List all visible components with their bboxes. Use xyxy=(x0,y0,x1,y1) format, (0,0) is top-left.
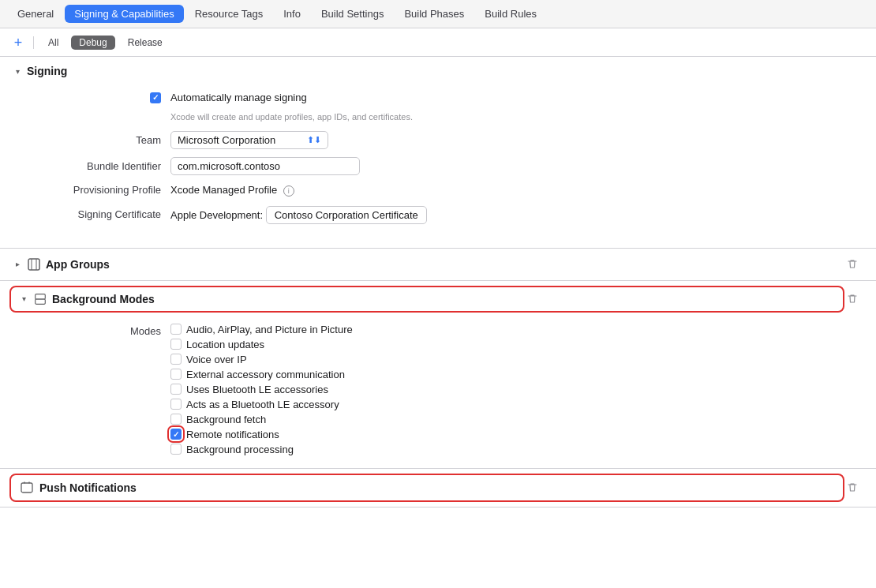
filter-debug[interactable]: Debug xyxy=(71,36,114,50)
modes-list: Audio, AirPlay, and Picture in Picture L… xyxy=(170,324,353,455)
background-modes-title: Background Modes xyxy=(52,293,155,305)
mode-external-accessory-label: External accessory communication xyxy=(186,369,345,380)
background-modes-trash-icon xyxy=(846,293,859,305)
filter-all[interactable]: All xyxy=(40,36,66,50)
team-select[interactable]: Microsoft Corporation ⬆⬇ xyxy=(170,131,328,149)
filter-release[interactable]: Release xyxy=(120,36,170,50)
cert-prefix: Apple Development: xyxy=(170,209,263,221)
mode-bluetooth-le: Uses Bluetooth LE accessories xyxy=(170,384,353,395)
background-modes-header-highlight[interactable]: ▾ Background Modes xyxy=(13,289,841,309)
push-notifications-header: Push Notifications xyxy=(0,469,876,507)
signing-section: ▾ Signing Automatically manage signing X… xyxy=(0,57,876,249)
svg-rect-0 xyxy=(28,259,39,270)
select-arrows-icon: ⬆⬇ xyxy=(307,135,321,145)
filter-separator xyxy=(33,36,34,49)
provisioning-value-text: Xcode Managed Profile xyxy=(170,184,277,196)
provisioning-label: Provisioning Profile xyxy=(13,183,170,197)
bundle-label: Bundle Identifier xyxy=(13,159,170,174)
team-row: Team Microsoft Corporation ⬆⬇ xyxy=(13,131,863,149)
mode-voip: Voice over IP xyxy=(170,354,353,365)
mode-acts-bluetooth-label: Acts as a Bluetooth LE accessory xyxy=(186,399,339,410)
mode-bg-fetch-label: Background fetch xyxy=(186,414,266,425)
push-notifications-header-highlight[interactable]: Push Notifications xyxy=(13,477,841,499)
app-groups-section: ▸ App Groups xyxy=(0,249,876,281)
tab-signing-capabilities[interactable]: Signing & Capabilities xyxy=(65,5,183,23)
provisioning-info-icon[interactable]: i xyxy=(283,185,294,197)
mode-audio: Audio, AirPlay, and Picture in Picture xyxy=(170,324,353,335)
tab-resource-tags[interactable]: Resource Tags xyxy=(185,5,272,23)
signing-header[interactable]: ▾ Signing xyxy=(0,57,876,85)
mode-voip-label: Voice over IP xyxy=(186,354,247,365)
push-notifications-icon xyxy=(19,480,35,496)
auto-manage-subtext: Xcode will create and update profiles, a… xyxy=(170,111,413,123)
tab-build-phases[interactable]: Build Phases xyxy=(395,5,474,23)
mode-bluetooth-le-checkbox[interactable] xyxy=(170,384,182,395)
mode-bg-fetch: Background fetch xyxy=(170,414,353,425)
team-label: Team xyxy=(13,133,170,148)
auto-manage-checkbox[interactable] xyxy=(150,92,161,103)
background-modes-header: ▾ Background Modes xyxy=(0,281,876,317)
app-groups-chevron[interactable]: ▸ xyxy=(13,260,22,268)
app-groups-title: App Groups xyxy=(46,258,110,271)
tab-bar: General Signing & Capabilities Resource … xyxy=(0,0,876,28)
mode-remote-notifications-checkbox[interactable] xyxy=(170,429,182,440)
mode-bg-processing: Background processing xyxy=(170,444,353,455)
auto-manage-checkbox-area xyxy=(13,92,170,103)
tab-build-rules[interactable]: Build Rules xyxy=(475,5,546,23)
svg-rect-5 xyxy=(21,483,32,492)
tab-general[interactable]: General xyxy=(8,5,63,23)
mode-audio-checkbox[interactable] xyxy=(170,324,182,335)
add-capability-button[interactable]: + xyxy=(9,34,27,51)
cert-row: Signing Certificate Apple Development: C… xyxy=(13,206,863,224)
mode-location-checkbox[interactable] xyxy=(170,339,182,350)
push-notifications-delete-button[interactable] xyxy=(841,480,863,496)
cert-box: Contoso Corporation Certificate xyxy=(266,206,427,224)
mode-external-accessory: External accessory communication xyxy=(170,369,353,380)
trash-icon xyxy=(846,258,859,271)
mode-remote-notifications-label: Remote notifications xyxy=(186,429,279,440)
svg-rect-4 xyxy=(36,294,46,298)
auto-manage-row: Automatically manage signing xyxy=(13,92,863,103)
signing-form: Automatically manage signing Xcode will … xyxy=(0,85,876,248)
mode-external-accessory-checkbox[interactable] xyxy=(170,369,182,380)
mode-location-label: Location updates xyxy=(186,339,264,350)
mode-remote-notifications: Remote notifications xyxy=(170,429,353,440)
mode-bg-processing-checkbox[interactable] xyxy=(170,444,182,455)
tab-info[interactable]: Info xyxy=(274,5,310,23)
team-value: Microsoft Corporation xyxy=(178,134,275,146)
svg-rect-3 xyxy=(36,299,46,304)
push-notifications-trash-icon xyxy=(846,481,859,494)
cert-value-area: Apple Development: Contoso Corporation C… xyxy=(170,206,863,224)
background-modes-body: Modes Audio, AirPlay, and Picture in Pic… xyxy=(0,317,876,468)
filter-bar: + All Debug Release xyxy=(0,28,876,57)
cert-label: Signing Certificate xyxy=(13,208,170,222)
push-notifications-section: Push Notifications xyxy=(0,469,876,507)
app-groups-header-inner: ▸ App Groups xyxy=(13,257,841,272)
mode-location: Location updates xyxy=(170,339,353,350)
modes-row: Modes Audio, AirPlay, and Picture in Pic… xyxy=(13,324,863,455)
app-groups-header: ▸ App Groups xyxy=(0,249,876,280)
auto-manage-subtext-row: Xcode will create and update profiles, a… xyxy=(13,111,863,123)
background-modes-icon xyxy=(33,292,47,306)
mode-bg-fetch-checkbox[interactable] xyxy=(170,414,182,425)
mode-voip-checkbox[interactable] xyxy=(170,354,182,365)
modes-label: Modes xyxy=(13,324,170,337)
mode-bg-processing-label: Background processing xyxy=(186,444,294,455)
mode-audio-label: Audio, AirPlay, and Picture in Picture xyxy=(186,324,353,335)
background-modes-section: ▾ Background Modes Modes xyxy=(0,281,876,469)
provisioning-row: Provisioning Profile Xcode Managed Profi… xyxy=(13,183,863,197)
signing-chevron-down: ▾ xyxy=(13,67,22,76)
mode-acts-bluetooth: Acts as a Bluetooth LE accessory xyxy=(170,399,353,410)
background-modes-delete-button[interactable] xyxy=(841,291,863,307)
bundle-row: Bundle Identifier xyxy=(13,157,863,175)
tab-build-settings[interactable]: Build Settings xyxy=(312,5,394,23)
mode-bluetooth-le-label: Uses Bluetooth LE accessories xyxy=(186,384,328,395)
app-groups-icon xyxy=(27,257,41,272)
provisioning-value: Xcode Managed Profile i xyxy=(170,184,863,197)
bundle-input[interactable] xyxy=(170,157,360,175)
background-modes-chevron[interactable]: ▾ xyxy=(19,294,28,303)
auto-manage-label: Automatically manage signing xyxy=(170,92,863,103)
mode-acts-bluetooth-checkbox[interactable] xyxy=(170,399,182,410)
signing-title: Signing xyxy=(27,65,67,77)
app-groups-delete-button[interactable] xyxy=(841,257,863,272)
